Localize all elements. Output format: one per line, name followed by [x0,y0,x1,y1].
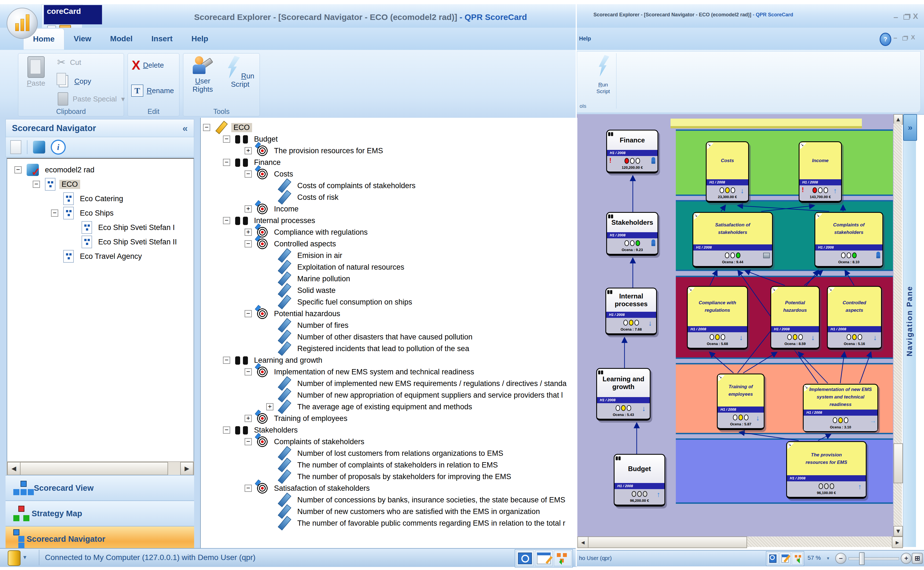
paste-button[interactable]: Paste [22,56,50,87]
navigator-view-icon[interactable] [792,553,803,565]
zoom-slider[interactable] [849,557,899,560]
user-rights-button[interactable]: User Rights [186,56,219,93]
expand-toggle-icon[interactable] [223,135,230,143]
tree-item[interactable]: Costs [201,168,577,180]
expand-toggle-icon[interactable] [245,415,252,422]
rename-button[interactable]: T Rename [131,84,174,97]
map-node[interactable]: Satisafaction of stakeholders H1 / 2008 … [692,212,773,268]
database-icon[interactable] [8,550,20,566]
expand-toggle-icon[interactable] [223,426,230,434]
tree-item[interactable]: Registered incidents that lead to pollut… [201,343,577,354]
chevron-down-icon[interactable]: ▾ [23,554,26,561]
scorecard-edit-icon[interactable] [535,551,553,566]
help-icon[interactable]: ? [879,33,891,46]
map-node[interactable]: Training of employees H1 / 2008 Ocena : … [717,374,764,430]
tree-item[interactable]: Satisafaction of stakeholders [201,483,577,494]
expand-toggle-icon[interactable] [245,205,252,213]
navigation-pane-tab[interactable]: » Navigation Pane [903,114,916,547]
chevron-right-icon[interactable]: » [903,114,917,141]
tree-item[interactable]: Number of other disasters that have caus… [201,331,577,343]
minimize-icon[interactable]: – [893,34,897,41]
restore-icon[interactable] [904,15,910,20]
expand-toggle-icon[interactable] [245,310,252,317]
sidebar-nav-button[interactable]: Strategy Map [6,501,194,526]
tree-item[interactable]: Number of new appropriation of equipment… [201,389,577,401]
expand-toggle-icon[interactable] [245,170,252,178]
expand-toggle-icon[interactable] [223,357,230,364]
sidebar-nav-button[interactable]: Scorecard View [6,475,194,501]
tree-item[interactable]: Eco Catering [7,192,193,206]
tree-item[interactable]: The provision resources for EMS [201,145,577,156]
tree-item[interactable]: Controlled aspects [201,238,577,250]
map-node[interactable]: Stakeholders H1 / 2008 Ocena : 9.23 [606,212,658,256]
new-document-icon[interactable] [10,140,21,154]
restore-icon[interactable] [903,37,907,40]
expand-toggle-icon[interactable] [245,485,252,492]
expand-toggle-icon[interactable] [33,181,40,188]
scroll-right-icon[interactable]: ▶ [892,536,903,548]
tree-item[interactable]: Number of concessions by banks, insuranc… [201,494,577,506]
map-node[interactable]: Income H1 / 2008 ! 143,700.00 € [799,141,842,203]
minimize-icon[interactable]: – [893,12,898,22]
expand-toggle-icon[interactable] [203,124,210,131]
zoom-in-button[interactable]: + [901,553,912,564]
scroll-down-icon[interactable]: ▼ [893,526,903,536]
zoom-slider-thumb[interactable] [859,552,865,565]
chevron-down-icon[interactable]: ▾ [827,556,829,561]
close-icon[interactable]: X [911,34,915,41]
tree-item[interactable]: Number of lost customers from relations … [201,447,577,459]
tree-item[interactable]: Number of implemented new EMS requiremen… [201,378,577,389]
delete-button[interactable]: X Delete [132,59,164,71]
tab-help[interactable]: Help [579,28,591,49]
scroll-left-icon[interactable]: ◀ [7,462,20,475]
tree-item[interactable]: Potential hazardous [201,308,577,320]
ribbon-tab[interactable]: Help [182,28,218,50]
scorecard-edit-icon[interactable] [780,553,790,565]
tree-item[interactable]: Eco Travel Agency [7,249,193,264]
navigator-view-icon[interactable] [554,551,571,566]
tree-item[interactable]: Emision in air [201,250,577,261]
horizontal-scrollbar-thumb[interactable] [588,536,747,548]
map-node[interactable]: Learning and growth H1 / 2008 Ocena : 5.… [596,368,651,421]
map-node[interactable]: Costs H1 / 2008 23,300.00 € [706,141,749,203]
map-node[interactable]: Controlled aspects H1 / 2008 Ocena : 5.1… [827,286,882,350]
expand-toggle-icon[interactable] [245,240,252,247]
tree-item[interactable]: Complaints of stakeholders [201,436,577,447]
tree-item[interactable]: Eco Ship Sveti Stefan I [7,220,193,235]
zoom-fit-button[interactable]: ⊞ [912,553,923,564]
scorecard-view-icon[interactable] [767,553,778,565]
tree-item[interactable]: Number of fires [201,320,577,331]
sidebar-nav-button[interactable]: Scorecard Navigator [6,526,194,552]
map-node[interactable]: Potential hazardous H1 / 2008 Ocena : 8.… [771,286,820,350]
tree-item[interactable]: Exploitation of natural resources [201,261,577,273]
expand-toggle-icon[interactable] [266,403,273,411]
zoom-out-button[interactable]: − [835,553,846,564]
expand-toggle-icon[interactable] [245,438,252,445]
expand-toggle-icon[interactable] [245,368,252,375]
paste-special-button[interactable]: Paste Special ▾ [58,92,125,106]
application-orb-button[interactable] [7,8,38,39]
map-node[interactable]: Finance H1 / 2008 ! 120,200.00 € [606,130,658,173]
expand-toggle-icon[interactable] [223,159,230,166]
tree-item[interactable]: ECO [7,177,193,192]
tree-item[interactable]: ecomodel2 rad [7,162,193,177]
sidebar-h-scrollbar-thumb[interactable] [20,462,168,475]
tree-item[interactable]: Number of new customers who are satisfie… [201,506,577,517]
expand-toggle-icon[interactable] [223,217,230,224]
ribbon-tab[interactable]: View [64,28,101,50]
expand-toggle-icon[interactable] [245,147,252,154]
ribbon-tab[interactable]: Insert [142,28,182,50]
map-node[interactable]: Budget H1 / 2008 96,200.00 € [614,454,665,507]
map-node[interactable]: The provision resources for EMS H1 / 200… [786,441,867,499]
scroll-left-icon[interactable]: ◀ [577,536,588,548]
copy-button[interactable]: Copy [59,75,91,87]
tree-item[interactable]: Marine pollution [201,273,577,285]
sidebar-h-scrollbar[interactable]: ◀ ▶ [7,461,194,476]
expand-toggle-icon[interactable] [14,166,21,173]
cut-button[interactable]: ✂ Cut [57,57,81,67]
tree-item[interactable]: Costs of complaints of stakeholders [201,180,577,192]
map-node[interactable]: Internal processes H1 / 2008 Ocena : 7.6… [605,288,657,335]
tree-item[interactable]: Training of employees [201,412,577,424]
close-icon[interactable]: X [913,12,918,21]
run-script-button[interactable]: Run Script [591,53,615,110]
